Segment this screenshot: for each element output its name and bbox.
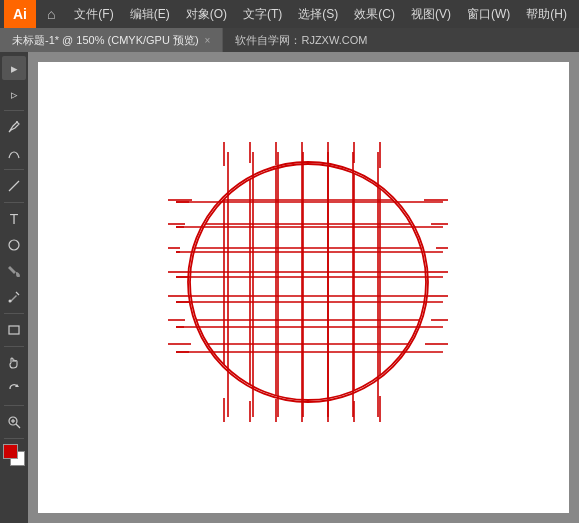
tab-close-button[interactable]: × (205, 35, 211, 46)
rotate-tool[interactable] (2, 377, 26, 401)
menu-help[interactable]: 帮助(H) (518, 2, 575, 27)
tab-bar: 未标题-1* @ 150% (CMYK/GPU 预览) × 软件自学网：RJZX… (0, 28, 579, 52)
zoom-tool[interactable] (2, 410, 26, 434)
svg-point-2 (9, 240, 19, 250)
toolbar: ▸ ▹ T (0, 52, 28, 523)
tool-separator-5 (4, 346, 24, 347)
main-area: ▸ ▹ T (0, 52, 579, 523)
svg-point-4 (9, 300, 12, 303)
pen-tool[interactable] (2, 115, 26, 139)
menu-object[interactable]: 对象(O) (178, 2, 235, 27)
svg-line-3 (16, 292, 19, 295)
curvature-tool[interactable] (2, 141, 26, 165)
selection-tool[interactable]: ▸ (2, 56, 26, 80)
svg-line-8 (16, 424, 20, 428)
menu-effect[interactable]: 效果(C) (346, 2, 403, 27)
tool-separator-3 (4, 202, 24, 203)
website-label: 软件自学网：RJZXW.COM (223, 33, 379, 48)
svg-rect-5 (9, 326, 19, 334)
canvas-area (28, 52, 579, 523)
tool-separator-6 (4, 405, 24, 406)
tool-separator-1 (4, 110, 24, 111)
direct-selection-tool[interactable]: ▹ (2, 82, 26, 106)
menu-select[interactable]: 选择(S) (290, 2, 346, 27)
text-tool[interactable]: T (2, 207, 26, 231)
tool-separator-7 (4, 438, 24, 439)
tool-separator-2 (4, 169, 24, 170)
home-icon[interactable]: ⌂ (40, 0, 62, 28)
tab-title: 未标题-1* @ 150% (CMYK/GPU 预览) (12, 33, 199, 48)
color-boxes[interactable] (2, 443, 26, 467)
svg-point-0 (16, 121, 18, 123)
menu-window[interactable]: 窗口(W) (459, 2, 518, 27)
menu-file[interactable]: 文件(F) (66, 2, 121, 27)
menu-bar: Ai ⌂ 文件(F) 编辑(E) 对象(O) 文字(T) 选择(S) 效果(C)… (0, 0, 579, 28)
menu-text[interactable]: 文字(T) (235, 2, 290, 27)
main-artwork (28, 52, 579, 523)
ai-logo: Ai (4, 0, 36, 28)
svg-line-1 (9, 181, 19, 191)
document-tab[interactable]: 未标题-1* @ 150% (CMYK/GPU 预览) × (0, 28, 223, 52)
hand-tool[interactable] (2, 351, 26, 375)
menu-edit[interactable]: 编辑(E) (122, 2, 178, 27)
menu-items: 文件(F) 编辑(E) 对象(O) 文字(T) 选择(S) 效果(C) 视图(V… (66, 2, 575, 27)
ellipse-tool[interactable] (2, 233, 26, 257)
menu-view[interactable]: 视图(V) (403, 2, 459, 27)
paint-bucket-tool[interactable] (2, 259, 26, 283)
rectangle-tool[interactable] (2, 318, 26, 342)
eyedropper-tool[interactable] (2, 285, 26, 309)
tool-separator-4 (4, 313, 24, 314)
line-tool[interactable] (2, 174, 26, 198)
